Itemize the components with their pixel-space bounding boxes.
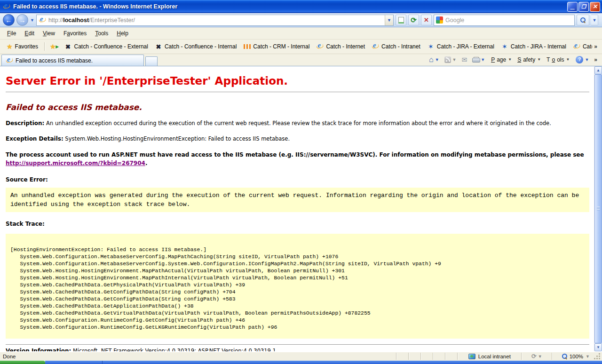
- favorites-bar-link[interactable]: Catch - JIRA - Internal: [498, 41, 570, 52]
- metabase-note: The process account used to run ASP.NET …: [6, 150, 589, 168]
- start-button[interactable]: [0, 361, 45, 364]
- separator: [408, 353, 409, 360]
- support-link[interactable]: http://support.microsoft.com/?kbid=26790…: [6, 160, 145, 166]
- page-subtitle: Failed to access IIS metabase.: [6, 103, 589, 112]
- separator: [420, 353, 421, 360]
- chevron-down-icon: [537, 57, 541, 62]
- scroll-down-button[interactable]: ▼: [594, 343, 602, 351]
- tab-failed-to-access-iis-metabase[interactable]: Failed to access IIS metabase.: [1, 55, 144, 66]
- zoom-icon: [562, 354, 567, 359]
- search-provider-dropdown[interactable]: [591, 15, 598, 25]
- version-label: Version Information:: [6, 348, 71, 351]
- print-button[interactable]: [470, 56, 487, 63]
- exception-label: Exception Details:: [6, 135, 63, 142]
- stop-button[interactable]: [421, 15, 432, 25]
- note-text: The process account used to run ASP.NET …: [6, 151, 584, 158]
- separator: [445, 353, 446, 360]
- search-box: [434, 15, 575, 26]
- intranet-zone-icon: [468, 354, 475, 359]
- menu-item-file[interactable]: File: [3, 28, 20, 39]
- refresh-button[interactable]: [408, 15, 419, 25]
- command-safety-button[interactable]: Safety: [515, 55, 544, 64]
- zoom-control[interactable]: 100%: [558, 354, 594, 359]
- status-text: Done: [3, 354, 390, 359]
- scrollbar-thumb[interactable]: [594, 74, 602, 343]
- divider: [6, 92, 589, 92]
- favorite-label: Catch - CRM - Internal: [253, 43, 309, 50]
- minimize-button[interactable]: [567, 2, 578, 12]
- url-text: http://localhost/EnterpriseTester/: [48, 17, 382, 24]
- tab-favicon-icon: [6, 57, 13, 64]
- favorites-bar-link[interactable]: Catch - Microsoft Outlook W...: [570, 41, 592, 52]
- crm-icon: [243, 43, 251, 50]
- help-button[interactable]: ?: [574, 55, 591, 64]
- favorites-bar-link[interactable]: Catch - JIRA - External: [424, 41, 498, 52]
- menu-item-view[interactable]: View: [39, 28, 59, 39]
- chevron-down-icon: [538, 354, 542, 359]
- history-dropdown[interactable]: [30, 18, 34, 23]
- chevron-down-icon: [481, 57, 485, 62]
- protected-mode-button[interactable]: [528, 353, 546, 360]
- vertical-scrollbar: ▲ ▼: [594, 66, 602, 351]
- command-overflow-chevron[interactable]: [592, 56, 599, 63]
- favorites-bar-link[interactable]: Catch - CRM - Internal: [240, 41, 313, 52]
- home-button[interactable]: [427, 55, 441, 65]
- add-to-favorites-bar-button[interactable]: [48, 41, 61, 52]
- favorites-bar-link[interactable]: Catch - Confluence - External: [61, 41, 151, 52]
- chevron-down-icon: [566, 57, 570, 62]
- help-icon: ?: [576, 56, 583, 63]
- favorites-bar-link[interactable]: Catch - Intranet: [368, 41, 424, 52]
- status-bar: Done Local intranet 100%: [0, 351, 602, 361]
- window-controls: [567, 2, 600, 12]
- favorites-bar-link[interactable]: Catch - Internet: [313, 41, 368, 52]
- search-button[interactable]: [577, 15, 589, 25]
- menu-item-tools[interactable]: Tools: [91, 28, 112, 39]
- compatibility-icon: [398, 17, 404, 24]
- close-button[interactable]: [590, 2, 600, 12]
- back-button[interactable]: ←: [3, 14, 15, 26]
- chevron-down-icon: [387, 18, 391, 23]
- description-text: An unhandled exception occurred during t…: [46, 120, 551, 127]
- stop-icon: [424, 16, 429, 24]
- resize-grip[interactable]: [594, 353, 601, 360]
- note-period: .: [145, 160, 148, 166]
- url-scheme: http://: [48, 17, 63, 24]
- search-icon: [580, 17, 586, 23]
- command-page-button[interactable]: Page: [488, 55, 515, 64]
- new-tab-button[interactable]: [145, 56, 158, 66]
- ie-window: Failed to access IIS metabase. - Windows…: [0, 0, 602, 364]
- feeds-button[interactable]: [443, 55, 459, 64]
- address-bar[interactable]: http://localhost/EnterpriseTester/: [36, 15, 394, 26]
- chevron-down-icon: [508, 57, 512, 62]
- favorites-button[interactable]: Favorites: [3, 41, 42, 52]
- separator: [396, 353, 397, 360]
- source-error-box: An unhandled exception was generated dur…: [6, 188, 589, 212]
- protected-mode-icon: [531, 353, 537, 360]
- command-tools-button[interactable]: Tools: [544, 55, 572, 64]
- menu-item-favorites[interactable]: Favorites: [59, 28, 91, 39]
- version-row: Version Information: Microsoft .NET Fram…: [6, 348, 589, 351]
- favorites-bar-link[interactable]: Catch - Confluence - Internal: [151, 41, 240, 52]
- chevron-down-icon: [586, 354, 590, 359]
- separator: [521, 353, 522, 360]
- menu-item-edit[interactable]: Edit: [20, 28, 39, 39]
- compatibility-view-button[interactable]: [396, 15, 406, 25]
- favorites-bar: Favorites Catch - Confluence - ExternalC…: [0, 40, 602, 54]
- menu-item-help[interactable]: Help: [112, 28, 133, 39]
- security-zone-pane[interactable]: Local intranet: [464, 354, 515, 359]
- stack-trace-label: Stack Trace:: [6, 221, 589, 227]
- favorites-overflow-chevron[interactable]: [592, 43, 599, 50]
- description-label: Description:: [6, 120, 44, 127]
- address-dropdown[interactable]: [385, 15, 393, 25]
- favorite-label: Catch - Confluence - Internal: [165, 43, 237, 50]
- page-title: Server Error in '/EnterpriseTester' Appl…: [6, 75, 589, 87]
- restore-button[interactable]: [578, 2, 589, 12]
- scroll-up-button[interactable]: ▲: [594, 66, 602, 74]
- windows-taskbar: [0, 361, 602, 364]
- search-input[interactable]: [445, 17, 572, 24]
- forward-button[interactable]: →: [16, 14, 28, 26]
- read-mail-button[interactable]: [460, 55, 469, 64]
- printer-icon: [472, 57, 479, 63]
- minimize-icon: [570, 4, 575, 9]
- home-icon: [429, 55, 434, 64]
